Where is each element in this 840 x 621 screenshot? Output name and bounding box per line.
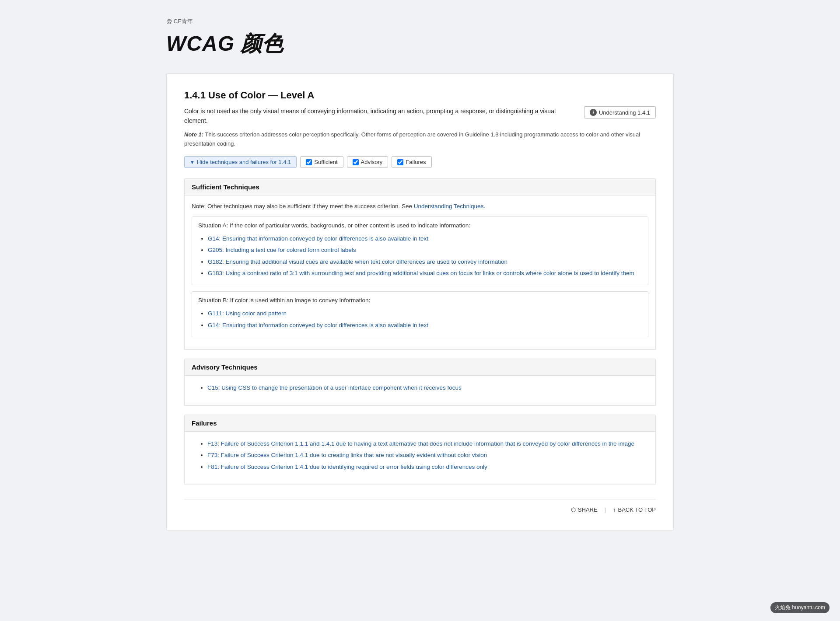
list-item: F73: Failure of Success Criterion 1.4.1 …	[207, 451, 642, 460]
arrow-up-icon: ↑	[613, 506, 616, 513]
filter-failures-checkbox[interactable]	[397, 159, 403, 165]
filter-sufficient-checkbox[interactable]	[306, 159, 312, 165]
failures-section: Failures F13: Failure of Success Criteri…	[184, 415, 656, 485]
g205-link[interactable]: G205: Including a text cue for colored f…	[208, 247, 356, 253]
criterion-title: 1.4.1 Use of Color — Level A	[184, 90, 656, 101]
list-item: C15: Using CSS to change the presentatio…	[207, 384, 642, 392]
sufficient-techniques-header: Sufficient Techniques	[185, 179, 655, 195]
criterion-note: Note 1: Note 1: This success criterion a…	[184, 130, 656, 149]
understanding-button[interactable]: i Understanding 1.4.1	[584, 106, 656, 119]
share-label: SHARE	[578, 506, 598, 513]
advisory-techniques-section: Advisory Techniques C15: Using CSS to ch…	[184, 359, 656, 406]
main-card: 1.4.1 Use of Color — Level A Color is no…	[166, 73, 674, 531]
advisory-techniques-header: Advisory Techniques	[185, 359, 655, 376]
list-item: G111: Using color and pattern	[208, 309, 642, 318]
footer-divider: |	[605, 506, 606, 513]
f73-link[interactable]: F73: Failure of Success Criterion 1.4.1 …	[207, 452, 487, 458]
share-icon: ⬡	[571, 506, 576, 513]
watermark: 火焰兔 huoyantu.com	[770, 602, 830, 613]
sufficient-note: Note: Other techniques may also be suffi…	[192, 202, 648, 211]
c15-link[interactable]: C15: Using CSS to change the presentatio…	[207, 384, 462, 391]
situation-a-label: Situation A: If the color of particular …	[192, 217, 648, 233]
list-item: F81: Failure of Success Criterion 1.4.1 …	[207, 463, 642, 471]
understanding-btn-label: Understanding 1.4.1	[599, 109, 650, 116]
sufficient-techniques-section: Sufficient Techniques Note: Other techni…	[184, 178, 656, 350]
criterion-description: Color is not used as the only visual mea…	[184, 106, 575, 126]
list-item: G183: Using a contrast ratio of 3:1 with…	[208, 269, 642, 278]
failures-header: Failures	[185, 415, 655, 432]
g183-link[interactable]: G183: Using a contrast ratio of 3:1 with…	[208, 270, 634, 276]
advisory-techniques-body: C15: Using CSS to change the presentatio…	[185, 376, 655, 405]
situation-b-box: Situation B: If color is used within an …	[192, 291, 648, 337]
situation-b-label: Situation B: If color is used within an …	[192, 292, 648, 307]
filter-sufficient-text: Sufficient	[314, 159, 337, 165]
list-item: F13: Failure of Success Criterion 1.1.1 …	[207, 440, 642, 448]
footer-bar: ⬡ SHARE | ↑ BACK TO TOP	[184, 499, 656, 513]
share-link[interactable]: ⬡ SHARE	[571, 506, 598, 513]
info-icon: i	[590, 109, 597, 116]
hide-techniques-button[interactable]: ▼ Hide techniques and failures for 1.4.1	[184, 156, 297, 168]
list-item: G14: Ensuring that information conveyed …	[208, 321, 642, 330]
list-item: G182: Ensuring that additional visual cu…	[208, 258, 642, 266]
site-label: @ CE青年	[166, 17, 674, 25]
g182-link[interactable]: G182: Ensuring that additional visual cu…	[208, 258, 508, 265]
situation-a-box: Situation A: If the color of particular …	[192, 216, 648, 285]
filter-bar: ▼ Hide techniques and failures for 1.4.1…	[184, 156, 656, 168]
g14-link-b[interactable]: G14: Ensuring that information conveyed …	[208, 322, 428, 328]
filter-sufficient-label[interactable]: Sufficient	[300, 156, 343, 168]
failures-body: F13: Failure of Success Criterion 1.1.1 …	[185, 432, 655, 485]
g14-link-a[interactable]: G14: Ensuring that information conveyed …	[208, 235, 428, 242]
list-item: G14: Ensuring that information conveyed …	[208, 234, 642, 243]
failures-links: F13: Failure of Success Criterion 1.1.1 …	[192, 438, 648, 478]
sufficient-techniques-body: Note: Other techniques may also be suffi…	[185, 195, 655, 349]
page-title: WCAG 颜色	[166, 30, 674, 58]
advisory-links: C15: Using CSS to change the presentatio…	[192, 382, 648, 399]
chevron-down-icon: ▼	[190, 160, 195, 165]
g111-link[interactable]: G111: Using color and pattern	[208, 310, 287, 317]
f13-link[interactable]: F13: Failure of Success Criterion 1.1.1 …	[207, 440, 634, 447]
understanding-techniques-link[interactable]: Understanding Techniques.	[414, 203, 485, 209]
criterion-desc-row: Color is not used as the only visual mea…	[184, 106, 656, 126]
situation-b-links: G111: Using color and pattern G14: Ensur…	[192, 307, 648, 337]
filter-advisory-checkbox[interactable]	[353, 159, 359, 165]
filter-advisory-text: Advisory	[361, 159, 383, 165]
back-to-top-label: BACK TO TOP	[618, 506, 656, 513]
filter-failures-text: Failures	[406, 159, 426, 165]
filter-failures-label[interactable]: Failures	[392, 156, 431, 168]
filter-advisory-label[interactable]: Advisory	[347, 156, 388, 168]
situation-a-links: G14: Ensuring that information conveyed …	[192, 233, 648, 285]
f81-link[interactable]: F81: Failure of Success Criterion 1.4.1 …	[207, 464, 487, 470]
hide-btn-label: Hide techniques and failures for 1.4.1	[197, 159, 291, 165]
list-item: G205: Including a text cue for colored f…	[208, 246, 642, 255]
back-to-top-link[interactable]: ↑ BACK TO TOP	[613, 506, 656, 513]
